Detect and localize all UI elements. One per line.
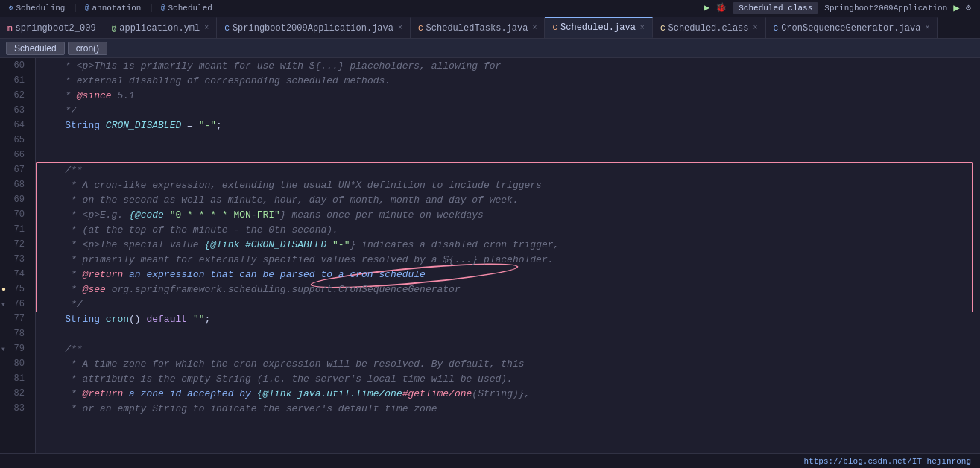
- top-bar-scheduled[interactable]: @ Scheduled: [155, 0, 218, 16]
- scheduled-nav-icon: @: [161, 4, 165, 12]
- scheduled-toolbar-btn[interactable]: Scheduled: [6, 42, 65, 55]
- tab-springboot-application[interactable]: C Springboot2009Application.java ×: [217, 17, 411, 38]
- code-line-70: * <p>E.g. {@code "0 * * * * MON-FRI"} me…: [42, 207, 974, 222]
- code-line-65: [42, 133, 974, 148]
- code-line-71: * (at the top of the minute - the 0th se…: [42, 222, 974, 237]
- line-num-62: 62: [0, 88, 29, 103]
- warning-gutter-icon: ●: [1, 285, 6, 294]
- tab-s-icon2: C: [552, 23, 557, 32]
- line-81-text: * attribute is the empty String (i.e. th…: [42, 373, 513, 385]
- scheduled-class-label: Scheduled class: [739, 4, 812, 13]
- line-82-start: *: [42, 388, 83, 399]
- tab-close-scheduled-tasks[interactable]: ×: [532, 24, 537, 32]
- line-73-text: * primarily meant for externally specifi…: [42, 254, 554, 265]
- tab-close-application-yml[interactable]: ×: [204, 24, 209, 32]
- top-bar: ⚙ Scheduling | @ annotation | @ Schedule…: [0, 0, 980, 16]
- line-82-method: #getTimeZone: [402, 388, 472, 399]
- line-72-link: {@link #CRON_DISABLED: [204, 239, 326, 250]
- code-line-62: * @since 5.1: [42, 88, 974, 103]
- annotation-label: annotation: [92, 4, 141, 13]
- line-num-68: 68: [0, 177, 29, 192]
- tab-cron-sequence[interactable]: C CronSequenceGenerator.java ×: [766, 17, 938, 38]
- run-icon[interactable]: ▶: [704, 2, 709, 13]
- tab-j-icon2: C: [774, 24, 779, 33]
- line-num-81: 81: [0, 371, 29, 386]
- line-77-method: cron: [106, 314, 129, 325]
- code-line-83: * or an empty String to indicate the ser…: [42, 401, 974, 416]
- top-bar-scheduling[interactable]: ⚙ Scheduling: [3, 0, 71, 16]
- cron-toolbar-btn[interactable]: cron(): [68, 42, 107, 55]
- fold-gutter-icon-76[interactable]: ▼: [1, 301, 5, 308]
- tab-a-icon: @: [112, 24, 117, 33]
- scheduled-nav-label: Scheduled: [168, 4, 212, 13]
- code-line-64: String CRON_DISABLED = "-";: [42, 118, 974, 133]
- tab-close-cron-sequence[interactable]: ×: [925, 24, 929, 32]
- tab-scheduled-java[interactable]: C Scheduled.java ×: [545, 17, 652, 38]
- top-bar-annotation[interactable]: @ annotation: [79, 0, 147, 16]
- app-window: ⚙ Scheduling | @ annotation | @ Schedule…: [0, 0, 980, 468]
- fold-gutter-icon-79[interactable]: ▼: [1, 346, 5, 352]
- line-63-text: */: [42, 105, 77, 116]
- tab-j-icon1: C: [224, 24, 230, 33]
- line-68-text: * A cron-like expression, extending the …: [42, 180, 542, 191]
- line-62-text: * @since 5.1: [42, 90, 135, 101]
- line-79-text: /**: [42, 344, 83, 355]
- tab-scheduled-tasks[interactable]: C ScheduledTasks.java ×: [411, 17, 545, 38]
- tab-s-icon1: C: [418, 24, 423, 33]
- right-side: ▶ 🐞 Scheduled class Springboot2009Applic…: [704, 1, 977, 14]
- line-69-text: * on the second as well as minute, hour,…: [42, 195, 519, 206]
- line-numbers: 60 61 62 63 64 65 66 67 68 69 70 71 72 7…: [0, 58, 36, 453]
- status-bar: https://blog.csdn.net/IT_hejinrong: [0, 453, 980, 468]
- scheduled-class-badge: Scheduled class: [733, 2, 818, 14]
- line-num-78: 78: [0, 326, 29, 341]
- line-77-type: String: [42, 314, 106, 325]
- code-line-80: * A time zone for which the cron express…: [42, 356, 974, 371]
- code-line-60: * <p>This is primarily meant for use wit…: [42, 58, 974, 73]
- code-line-82: * @return a zone id accepted by {@link j…: [42, 386, 974, 401]
- line-72-rest: } indicates a disabled cron trigger,: [350, 239, 559, 250]
- tab-m-icon: m: [7, 24, 13, 33]
- line-75-rest: org.springframework.scheduling.support.C…: [106, 284, 461, 295]
- tab-scheduled-java-label: Scheduled.java: [560, 22, 636, 33]
- tab-springboot2-009[interactable]: m springboot2_009: [0, 17, 104, 38]
- line-num-74: 74: [0, 267, 29, 282]
- line-76-text: */: [42, 299, 83, 310]
- line-75-start: *: [42, 284, 83, 295]
- tab-close-scheduled-java[interactable]: ×: [640, 24, 645, 32]
- tab-springboot-application-label: Springboot2009Application.java: [233, 23, 393, 34]
- tab-cron-sequence-label: CronSequenceGenerator.java: [781, 23, 920, 34]
- line-82-return: @return: [83, 388, 124, 399]
- line-74-rest: an expression that can be parsed to a cr…: [123, 269, 426, 280]
- code-line-63: */: [42, 103, 974, 118]
- line-num-63: 63: [0, 103, 29, 118]
- settings-icon[interactable]: ⚙: [966, 2, 971, 13]
- springboot-label: Springboot2009Application: [824, 4, 947, 13]
- line-82-link: {@link java.util.TimeZone: [257, 388, 402, 399]
- tab-application-yml[interactable]: @ application.yml ×: [104, 17, 218, 38]
- line-67-text: /**: [42, 165, 83, 176]
- code-line-78: [42, 326, 974, 341]
- line-80-text: * A time zone for which the cron express…: [42, 358, 525, 370]
- tab-close-scheduled-class[interactable]: ×: [753, 24, 758, 32]
- line-64-value: "-": [199, 120, 216, 131]
- run-btn[interactable]: ▶: [953, 1, 959, 14]
- line-75-see: @see: [83, 284, 106, 295]
- line-num-76: ▼ 76: [0, 297, 29, 312]
- debug-icon[interactable]: 🐞: [715, 2, 727, 13]
- line-64-const: CRON_DISABLED: [106, 120, 181, 131]
- code-line-75: * @see org.springframework.scheduling.su…: [42, 282, 974, 297]
- code-editor[interactable]: * <p>This is primarily meant for use wit…: [36, 58, 980, 453]
- separator: |: [72, 4, 78, 13]
- line-num-61: 61: [0, 73, 29, 88]
- blog-url[interactable]: https://blog.csdn.net/IT_hejinrong: [804, 457, 971, 466]
- line-77-string: "": [193, 314, 205, 325]
- tab-application-yml-label: application.yml: [119, 23, 200, 34]
- tab-close-springboot[interactable]: ×: [398, 24, 402, 32]
- code-area: 60 61 62 63 64 65 66 67 68 69 70 71 72 7…: [0, 58, 980, 453]
- tab-scheduled-class[interactable]: C Scheduled.class ×: [653, 17, 766, 38]
- line-70-string: "0 * * * * MON-FRI": [164, 209, 280, 221]
- tab-c-icon: C: [660, 24, 666, 33]
- tab-scheduled-class-label: Scheduled.class: [668, 23, 748, 34]
- code-line-79: /**: [42, 341, 974, 356]
- scheduling-label: Scheduling: [16, 4, 65, 13]
